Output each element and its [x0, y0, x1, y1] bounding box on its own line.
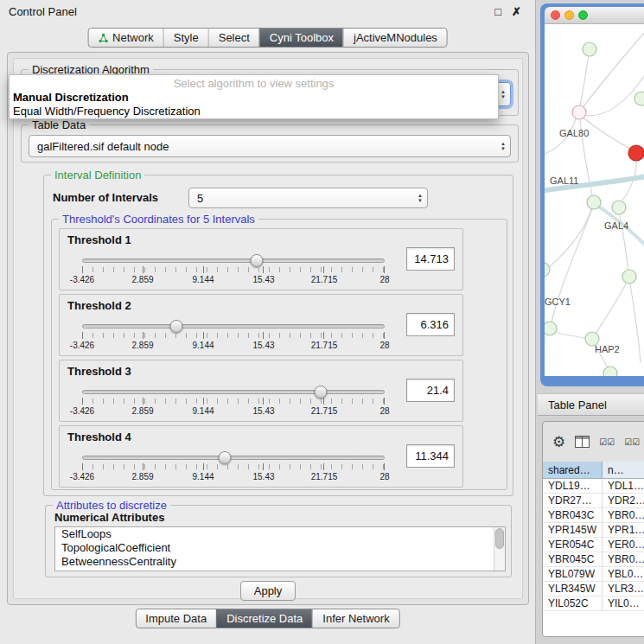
- cell-name[interactable]: YBL0…: [603, 567, 644, 581]
- network-node-selected[interactable]: [628, 145, 644, 161]
- cell-shared-name[interactable]: YPR145W: [543, 523, 603, 537]
- network-node[interactable]: [587, 195, 601, 209]
- cell-name[interactable]: YLR3…: [603, 582, 644, 596]
- columns-icon[interactable]: [575, 436, 590, 448]
- table-panel: ⚙ ☑☑ ☑☑ shared… n… YDL19… YDL1… YDR27… Y…: [542, 421, 644, 637]
- cell-name[interactable]: YER0…: [603, 538, 644, 552]
- thresholds-group: Threshold's Coordinates for 5 Intervals …: [51, 219, 507, 490]
- table-row[interactable]: YDR27… YDR2…: [543, 494, 644, 508]
- column-header-shared-name[interactable]: shared…: [543, 462, 603, 478]
- number-of-intervals-label: Number of Intervals: [53, 191, 158, 204]
- threshold-2-slider-thumb[interactable]: [169, 320, 182, 333]
- close-traffic-light[interactable]: [551, 10, 560, 20]
- table-row[interactable]: YER054C YER0…: [543, 538, 644, 552]
- threshold-4-slider[interactable]: [82, 456, 385, 460]
- network-node[interactable]: [545, 263, 550, 277]
- bottom-tab-bar: Impute Data Discretize Data Infer Networ…: [135, 609, 399, 628]
- dropdown-hint: Select algorithm to view settings: [10, 76, 498, 91]
- cell-name[interactable]: YPR1…: [603, 523, 644, 537]
- select-columns-icon[interactable]: ☑☑: [599, 437, 615, 447]
- tick-label: 21.715: [311, 472, 338, 481]
- network-view-window: GAL80 GAL11 GAL4 GCY1 HAP2: [540, 3, 644, 386]
- number-of-intervals-combobox[interactable]: 5: [188, 188, 428, 208]
- threshold-4-value-field[interactable]: 11.344: [406, 444, 455, 468]
- select-rows-icon[interactable]: ☑☑: [624, 437, 640, 447]
- close-icon[interactable]: ✗: [512, 5, 521, 18]
- cell-shared-name[interactable]: YER054C: [543, 538, 603, 552]
- cell-name[interactable]: YDL1…: [603, 479, 644, 493]
- cell-name[interactable]: YBR0…: [603, 508, 644, 522]
- cell-shared-name[interactable]: YIL052C: [543, 596, 603, 610]
- table-row[interactable]: YBR045C YBR0…: [543, 552, 644, 567]
- cell-shared-name[interactable]: YDL19…: [543, 479, 603, 493]
- network-node[interactable]: [634, 92, 644, 105]
- tab-impute-data[interactable]: Impute Data: [136, 609, 216, 628]
- table-row[interactable]: YIL052C YIL0…: [543, 596, 644, 611]
- threshold-1-ticks: -3.426 2.859 9.144 15.43 21.715 28: [82, 267, 385, 272]
- attributes-group-title: Attributes to discretize: [53, 499, 170, 512]
- attributes-group: Attributes to discretize Numerical Attri…: [45, 505, 512, 577]
- tab-select[interactable]: Select: [208, 29, 259, 47]
- threshold-1-slider-thumb[interactable]: [250, 254, 263, 267]
- list-scrollbar[interactable]: [494, 527, 505, 571]
- zoom-traffic-light[interactable]: [578, 10, 588, 20]
- threshold-2-ticks: -3.426 2.859 9.144 15.43 21.715 28: [82, 333, 385, 338]
- table-row[interactable]: YLR345W YLR3…: [543, 582, 644, 596]
- network-node-gal80[interactable]: [572, 105, 586, 119]
- table-data-combobox[interactable]: galFiltered.sif default node: [29, 135, 511, 157]
- threshold-3-value-field[interactable]: 21.4: [406, 379, 455, 402]
- threshold-3-slider[interactable]: [82, 390, 385, 394]
- network-node[interactable]: [603, 367, 617, 376]
- table-row[interactable]: YBL079W YBL0…: [543, 567, 644, 582]
- network-node[interactable]: [583, 42, 596, 56]
- table-body: YDL19… YDL1… YDR27… YDR2… YBR043C YBR0… …: [543, 479, 644, 636]
- table-row[interactable]: YPR145W YPR1…: [543, 523, 644, 538]
- network-canvas[interactable]: GAL80 GAL11 GAL4 GCY1 HAP2: [545, 24, 644, 376]
- tab-network[interactable]: Network: [88, 29, 163, 47]
- network-node-gcy1[interactable]: [545, 322, 557, 335]
- cell-name[interactable]: YBR0…: [603, 552, 644, 566]
- table-row[interactable]: YDL19… YDL1…: [543, 479, 644, 494]
- list-item[interactable]: SelfLoops: [55, 527, 505, 541]
- network-window-titlebar[interactable]: [545, 7, 644, 24]
- cell-shared-name[interactable]: YDR27…: [543, 494, 603, 507]
- tab-style[interactable]: Style: [163, 29, 208, 47]
- minimize-traffic-light[interactable]: [564, 10, 574, 20]
- tab-infer-network[interactable]: Infer Network: [312, 609, 399, 628]
- threshold-1-slider[interactable]: [82, 258, 385, 263]
- list-item[interactable]: TopologicalCoefficient: [55, 541, 505, 555]
- threshold-3-slider-thumb[interactable]: [314, 386, 327, 399]
- table-toolbar: ⚙ ☑☑ ☑☑: [543, 422, 644, 462]
- tab-cyni-toolbox[interactable]: Cyni Toolbox: [259, 29, 343, 47]
- tick-label: 15.43: [252, 341, 274, 350]
- dropdown-option-manual[interactable]: Manual Discretization: [10, 91, 498, 105]
- cell-name[interactable]: YIL0…: [603, 596, 644, 610]
- table-row[interactable]: YBR043C YBR0…: [543, 508, 644, 523]
- tab-discretize-data[interactable]: Discretize Data: [216, 609, 312, 628]
- network-node[interactable]: [622, 270, 636, 284]
- cell-shared-name[interactable]: YBL079W: [543, 567, 603, 581]
- tick-label: 21.715: [311, 406, 338, 416]
- threshold-1-value-field[interactable]: 14.713: [406, 247, 455, 271]
- tick-label: 15.43: [252, 406, 274, 416]
- gear-icon[interactable]: ⚙: [552, 435, 565, 450]
- network-node-gal4[interactable]: [612, 201, 626, 214]
- threshold-1-box: Threshold 1 -3.426 2.859 9.144 15.43 21.…: [59, 228, 463, 290]
- list-scrollbar-thumb[interactable]: [495, 528, 504, 549]
- list-item[interactable]: BetweennessCentrality: [55, 555, 505, 569]
- column-header-name[interactable]: n…: [603, 462, 644, 478]
- node-label-gal4: GAL4: [604, 220, 628, 231]
- threshold-4-slider-thumb[interactable]: [218, 451, 231, 464]
- tick-label: -3.426: [70, 275, 94, 284]
- float-icon[interactable]: □: [494, 5, 501, 18]
- cell-shared-name[interactable]: YBR043C: [543, 508, 603, 522]
- apply-button[interactable]: Apply: [240, 581, 296, 601]
- threshold-2-slider[interactable]: [82, 324, 385, 328]
- dropdown-option-equal-width[interactable]: Equal Width/Frequency Discretization: [10, 105, 498, 118]
- cell-name[interactable]: YDR2…: [603, 494, 644, 507]
- cell-shared-name[interactable]: YLR345W: [543, 582, 603, 596]
- tab-jactivemnodules[interactable]: jActiveMNodules: [343, 29, 447, 47]
- tick-label: -3.426: [70, 406, 94, 416]
- threshold-2-value-field[interactable]: 6.316: [406, 313, 455, 336]
- cell-shared-name[interactable]: YBR045C: [543, 552, 603, 566]
